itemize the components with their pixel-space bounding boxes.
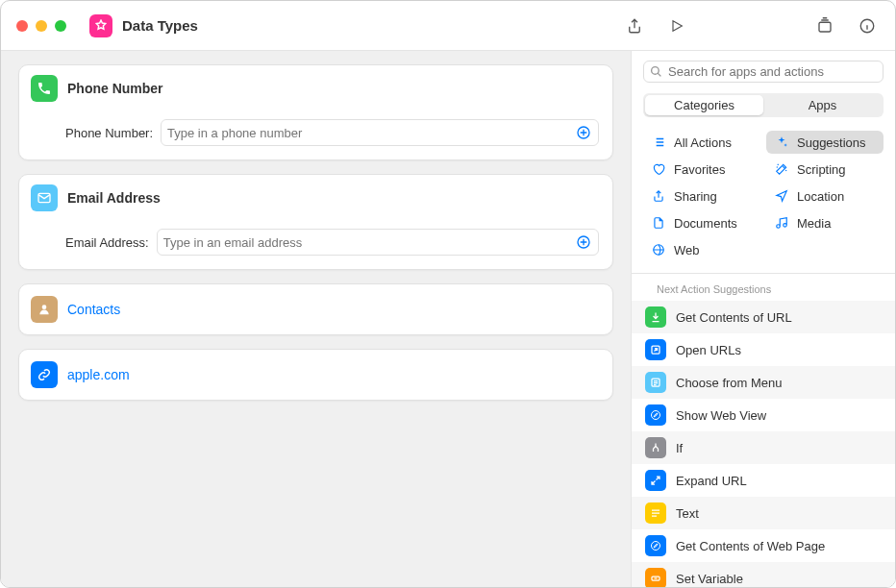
category-label: Scripting	[797, 162, 846, 177]
category-item[interactable]: Scripting	[766, 158, 884, 181]
url-token[interactable]: apple.com	[67, 367, 130, 382]
link-icon	[31, 361, 58, 388]
suggestion-item[interactable]: Open URLs	[632, 333, 895, 366]
category-item[interactable]: Documents	[643, 211, 760, 234]
add-variable-button[interactable]	[575, 124, 592, 141]
card-title: Phone Number	[67, 81, 163, 96]
email-input[interactable]	[163, 235, 569, 250]
category-label: Location	[797, 189, 844, 204]
media-icon	[774, 215, 789, 231]
suggestion-label: Open URLs	[676, 343, 741, 357]
web-icon	[651, 242, 666, 257]
suggestion-item[interactable]: Choose from Menu	[632, 366, 895, 399]
seg-categories[interactable]: Categories	[645, 95, 763, 115]
library-segmented-control: Categories Apps	[643, 93, 884, 117]
suggestions-list: Get Contents of URLOpen URLsChoose from …	[632, 301, 895, 587]
suggestions-header: Next Action Suggestions	[632, 274, 895, 301]
phone-input[interactable]	[167, 126, 569, 140]
category-item[interactable]: All Actions	[643, 131, 760, 154]
action-email-address[interactable]: Email Address Email Address:	[18, 174, 613, 270]
suggestion-item[interactable]: Expand URL	[632, 464, 895, 497]
card-body: Phone Number:	[19, 111, 612, 159]
card-body: Email Address:	[19, 221, 612, 269]
svg-point-6	[652, 67, 660, 75]
card-header: Email Address	[19, 175, 612, 221]
suggestion-item[interactable]: Show Web View	[632, 399, 895, 431]
category-item[interactable]: Web	[643, 238, 760, 261]
shortcut-icon	[89, 14, 112, 37]
category-item[interactable]: Location	[766, 184, 884, 208]
category-grid: All ActionsSuggestionsFavoritesScripting…	[632, 127, 895, 274]
suggestion-item[interactable]: If	[632, 431, 895, 464]
category-label: Media	[797, 216, 831, 231]
svg-rect-0	[819, 22, 831, 32]
document-icon	[651, 215, 666, 231]
share-button[interactable]	[622, 15, 647, 37]
download-icon	[645, 306, 666, 328]
minimize-window-button[interactable]	[36, 20, 47, 32]
app-window: Data Types	[0, 0, 896, 588]
body-area: Phone Number Phone Number:	[1, 51, 895, 587]
wand-icon	[774, 161, 789, 177]
card-header: apple.com	[19, 350, 612, 400]
card-header: Contacts	[19, 284, 612, 334]
action-phone-number[interactable]: Phone Number Phone Number:	[18, 64, 613, 160]
add-variable-button[interactable]	[575, 233, 592, 251]
suggestion-item[interactable]: Get Contents of Web Page	[632, 529, 895, 562]
suggestion-item[interactable]: Text	[632, 497, 895, 529]
expand-icon	[645, 470, 666, 491]
menu-icon	[645, 372, 666, 393]
sidebar-top	[632, 51, 895, 84]
suggestion-label: Set Variable	[676, 572, 743, 586]
category-label: Web	[674, 243, 700, 257]
category-label: Documents	[674, 216, 737, 231]
search-field[interactable]	[643, 61, 884, 83]
close-window-button[interactable]	[16, 20, 28, 32]
suggestion-item[interactable]: Get Contents of URL	[632, 301, 895, 333]
branch-icon	[645, 437, 666, 458]
suggestion-label: Get Contents of Web Page	[676, 539, 825, 553]
category-item[interactable]: Sharing	[643, 184, 760, 208]
card-header: Phone Number	[19, 65, 612, 111]
email-input-wrap	[157, 229, 599, 256]
category-item[interactable]: Suggestions	[766, 131, 884, 154]
contacts-icon	[31, 296, 58, 323]
variable-icon	[645, 568, 666, 587]
seg-apps[interactable]: Apps	[763, 95, 882, 115]
contacts-token[interactable]: Contacts	[67, 302, 120, 317]
svg-point-10	[652, 411, 660, 420]
open-icon	[645, 339, 666, 360]
phone-icon	[31, 75, 58, 102]
category-item[interactable]: Media	[766, 211, 884, 234]
run-button[interactable]	[664, 15, 689, 37]
category-label: Favorites	[674, 162, 725, 177]
suggestion-item[interactable]: Set Variable	[632, 562, 895, 587]
search-input[interactable]	[668, 64, 877, 79]
safari-icon	[645, 404, 666, 426]
text-icon	[645, 502, 666, 524]
workflow-canvas[interactable]: Phone Number Phone Number:	[1, 51, 631, 587]
traffic-lights	[16, 20, 66, 32]
share-icon	[651, 188, 666, 204]
svg-point-5	[42, 305, 47, 309]
category-label: All Actions	[674, 135, 732, 150]
suggestion-label: Choose from Menu	[676, 376, 783, 390]
input-label: Phone Number:	[65, 126, 153, 140]
mail-icon	[31, 184, 58, 211]
safari-icon	[645, 535, 666, 556]
category-label: Sharing	[674, 189, 717, 204]
library-toggle-button[interactable]	[812, 15, 837, 37]
info-button[interactable]	[855, 15, 880, 37]
list-icon	[651, 135, 666, 150]
sparkle-icon	[774, 135, 789, 150]
category-item[interactable]: Favorites	[643, 158, 760, 181]
heart-icon	[651, 161, 666, 177]
toolbar-right	[622, 15, 880, 37]
phone-input-wrap	[161, 119, 599, 146]
input-label: Email Address:	[65, 235, 149, 250]
category-label: Suggestions	[797, 135, 866, 150]
suggestion-label: Text	[676, 506, 699, 521]
zoom-window-button[interactable]	[55, 20, 66, 32]
action-contacts[interactable]: Contacts	[18, 283, 613, 335]
action-url[interactable]: apple.com	[18, 349, 613, 401]
